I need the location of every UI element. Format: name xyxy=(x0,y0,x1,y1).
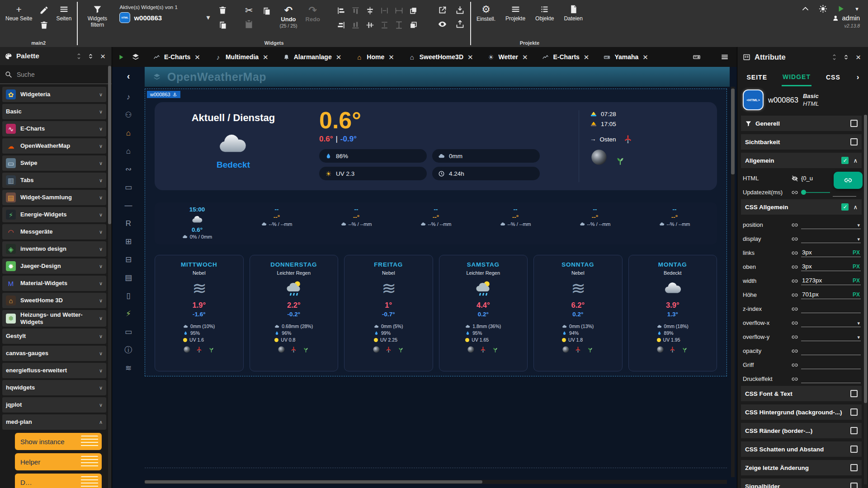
view-tab-yamaha[interactable]: Yamaha✕ xyxy=(596,47,656,67)
palette-item-material-widgets[interactable]: MMaterial-Widgets∨ xyxy=(2,276,106,291)
attribute-close-icon[interactable]: × xyxy=(854,53,863,61)
bind-icon[interactable] xyxy=(791,249,798,257)
theme-toggle-icon[interactable] xyxy=(819,5,827,13)
palette-item-inventwo-design[interactable]: ◈inventwo design∨ xyxy=(2,241,106,257)
view-tab-home[interactable]: ⌂Home✕ xyxy=(349,47,401,67)
view-strip-letter-r-icon[interactable]: R xyxy=(126,214,131,232)
editor-canvas[interactable]: ‹ ♪⚇⌂⌂∾▭—R⊞⊟▤▯⚡▭ⓘ≋ OpenWeatherMap w00086… xyxy=(112,67,737,488)
palette-item-tabs[interactable]: ▥Tabs∨ xyxy=(2,173,106,188)
view-tab-wetter[interactable]: ☀Wetter✕ xyxy=(481,47,535,67)
close-tab-icon[interactable]: ✕ xyxy=(467,54,473,61)
view-tab-e-charts[interactable]: E-Charts✕ xyxy=(146,47,208,67)
bind-icon[interactable] xyxy=(791,375,798,383)
section-checkbox[interactable] xyxy=(850,120,858,127)
palette-widget-button-show-instance[interactable]: Show instance xyxy=(15,433,102,450)
palette-item-widgeteria[interactable]: ✿Widgeteria∨ xyxy=(2,87,106,102)
palette-item-hqwidgets[interactable]: hqwidgets∨ xyxy=(2,380,106,395)
redo-button[interactable]: ↷ Redo xyxy=(306,5,321,23)
tabbar-menu-icon[interactable] xyxy=(721,53,729,61)
view-strip-building-icon[interactable]: ⊞ xyxy=(125,232,132,250)
cut-icon[interactable]: ✂ xyxy=(244,5,254,15)
attr-section-css-r-nder-border-[interactable]: CSS Ränder (border-...) xyxy=(741,423,862,438)
chevron-up-icon[interactable]: ∧ xyxy=(853,204,858,210)
view-strip-info-icon[interactable]: ⓘ xyxy=(125,341,132,359)
files-button[interactable]: Dateien xyxy=(564,5,582,22)
view-strip-bird-icon[interactable]: ∾ xyxy=(125,160,132,178)
view-strip-card-icon[interactable]: ▭ xyxy=(125,178,132,196)
select-input[interactable]: ▾ xyxy=(801,221,861,229)
attr-tab-css[interactable]: CSS xyxy=(825,68,841,85)
bind-icon[interactable] xyxy=(791,263,798,271)
run-view-icon[interactable] xyxy=(118,54,124,61)
palette-item-widget-sammlung[interactable]: ▤Widget-Sammlung∨ xyxy=(2,190,106,205)
bind-icon[interactable] xyxy=(791,319,798,327)
close-tab-icon[interactable]: ✕ xyxy=(388,54,394,61)
delete-widget-icon[interactable] xyxy=(218,5,227,15)
attr-section-css-schatten-und-abstand[interactable]: CSS Schatten und Abstand xyxy=(741,441,862,457)
palette-widget-button-helper[interactable]: Helper xyxy=(15,453,102,470)
delete-page-icon[interactable] xyxy=(39,20,49,30)
attribute-collapse-icon[interactable] xyxy=(842,53,850,61)
value-input[interactable] xyxy=(801,305,861,313)
paste-icon[interactable] xyxy=(244,19,254,29)
palette-item-jaeger-design[interactable]: ✸Jaeger-Design∨ xyxy=(2,258,106,274)
bind-icon[interactable] xyxy=(791,305,798,313)
view-strip-plug-icon[interactable]: ⚡ xyxy=(126,305,131,323)
attr-tabs-more-icon[interactable]: › xyxy=(857,73,860,81)
view-tab-e-charts[interactable]: E-Charts✕ xyxy=(535,47,596,67)
view-strip-image-icon[interactable]: ▤ xyxy=(125,268,132,286)
bind-icon[interactable] xyxy=(791,189,798,196)
pages-button[interactable]: Seiten xyxy=(56,5,71,22)
projects-button[interactable]: Projekte xyxy=(505,5,525,22)
equal-height-icon[interactable] xyxy=(395,21,403,29)
chevron-up-icon[interactable]: ∧ xyxy=(853,158,858,164)
align-center-vertical-icon[interactable] xyxy=(366,6,374,15)
palette-item-energie-widgets[interactable]: ⚡Energie-Widgets∨ xyxy=(2,207,106,222)
widget-visibility-icon[interactable] xyxy=(438,19,447,29)
attribute-scrollbar[interactable] xyxy=(864,115,867,484)
section-checkbox[interactable] xyxy=(850,446,858,453)
palette-item-messger-te[interactable]: ◠Messgeräte∨ xyxy=(2,224,106,239)
value-input[interactable]: 3pxPX xyxy=(801,249,861,257)
export-widget-icon[interactable] xyxy=(455,19,465,29)
import-widget-icon[interactable] xyxy=(455,5,465,15)
copy-icon[interactable] xyxy=(262,6,271,16)
palette-scrollbar[interactable] xyxy=(108,65,111,488)
align-right-icon[interactable] xyxy=(337,21,345,29)
view-strip-home-icon[interactable]: ⌂ xyxy=(126,142,131,160)
update-interval-slider[interactable] xyxy=(801,190,830,195)
close-tab-icon[interactable]: ✕ xyxy=(194,54,200,61)
new-page-button[interactable]: + Neue Seite xyxy=(5,5,32,22)
align-top-icon[interactable] xyxy=(351,6,360,15)
section-checkbox[interactable]: ✓ xyxy=(841,203,849,211)
palette-item-med-plan[interactable]: med-plan∧ xyxy=(2,414,106,430)
align-left-icon[interactable] xyxy=(337,6,345,15)
value-input[interactable] xyxy=(801,347,861,355)
close-tab-icon[interactable]: ✕ xyxy=(263,54,269,61)
section-checkbox[interactable] xyxy=(850,138,858,145)
run-project-icon[interactable] xyxy=(836,5,845,13)
undo-button[interactable]: ↶ Undo (25 / 25) xyxy=(279,5,297,28)
palette-item-gestylt[interactable]: Gestylt∨ xyxy=(2,328,106,344)
close-tab-icon[interactable]: ✕ xyxy=(584,54,590,61)
palette-collapse-icon[interactable] xyxy=(87,52,94,60)
section-checkbox[interactable] xyxy=(850,390,858,397)
run-options-caret-icon[interactable]: ▾ xyxy=(854,6,860,12)
value-input[interactable]: 1273pxPX xyxy=(801,277,861,285)
palette-item-sweethome-3d[interactable]: ⌂SweetHome 3D∨ xyxy=(2,293,106,308)
view-strip-people-icon[interactable]: ⚇ xyxy=(125,106,132,124)
attr-section-css-hintergrund-background-[interactable]: CSS Hintergrund (background-...) xyxy=(741,404,862,420)
rename-page-icon[interactable] xyxy=(39,5,49,15)
section-checkbox[interactable] xyxy=(850,408,858,416)
value-input[interactable] xyxy=(801,361,861,369)
select-input[interactable]: ▾ xyxy=(801,333,861,341)
view-strip-printer-icon[interactable]: ⊟ xyxy=(125,250,132,268)
value-input[interactable]: 3pxPX xyxy=(801,263,861,271)
palette-sort-icon[interactable] xyxy=(75,52,83,60)
distribute-vertical-icon[interactable] xyxy=(380,21,389,29)
view-strip-dash-icon[interactable]: — xyxy=(125,196,132,214)
equal-width-icon[interactable] xyxy=(395,6,403,15)
open-widget-external-icon[interactable] xyxy=(438,5,447,15)
collapse-toolbar-icon[interactable] xyxy=(801,5,810,13)
view-strip-panel-icon[interactable]: ▯ xyxy=(126,286,130,305)
